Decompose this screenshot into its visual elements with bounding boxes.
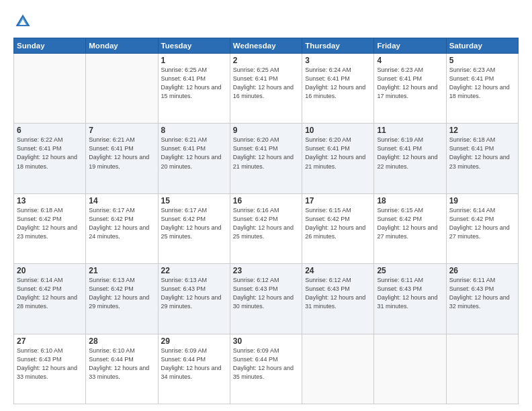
day-number: 23 — [233, 266, 299, 275]
daylight-text: Daylight: 12 hours and 18 minutes. — [17, 153, 83, 171]
sunset-text: Sunset: 6:41 PM — [449, 75, 515, 83]
day-number: 5 — [449, 56, 515, 65]
sunrise-text: Sunrise: 6:23 AM — [449, 66, 515, 75]
calendar-cell: 18Sunrise: 6:15 AMSunset: 6:42 PMDayligh… — [374, 193, 446, 263]
calendar-cell: 8Sunrise: 6:21 AMSunset: 6:41 PMDaylight… — [158, 124, 230, 193]
sunrise-text: Sunrise: 6:23 AM — [377, 66, 443, 75]
calendar-cell: 26Sunrise: 6:11 AMSunset: 6:43 PMDayligh… — [446, 264, 518, 334]
day-info: Sunrise: 6:18 AMSunset: 6:41 PMDaylight:… — [449, 136, 515, 171]
sunrise-text: Sunrise: 6:14 AM — [449, 206, 515, 215]
day-number: 13 — [17, 196, 83, 205]
weekday-header-wednesday: Wednesday — [230, 38, 302, 54]
sunset-text: Sunset: 6:42 PM — [449, 215, 515, 224]
daylight-text: Daylight: 12 hours and 29 minutes. — [89, 293, 154, 311]
day-info: Sunrise: 6:25 AMSunset: 6:41 PMDaylight:… — [233, 66, 299, 101]
day-number: 27 — [17, 336, 83, 346]
sunset-text: Sunset: 6:44 PM — [233, 355, 299, 364]
day-info: Sunrise: 6:25 AMSunset: 6:41 PMDaylight:… — [161, 66, 227, 101]
daylight-text: Daylight: 12 hours and 35 minutes. — [233, 364, 299, 381]
sunset-text: Sunset: 6:41 PM — [233, 144, 299, 153]
day-info: Sunrise: 6:15 AMSunset: 6:42 PMDaylight:… — [377, 206, 443, 241]
day-number: 22 — [161, 266, 227, 275]
calendar-table: SundayMondayTuesdayWednesdayThursdayFrid… — [13, 38, 519, 404]
day-info: Sunrise: 6:13 AMSunset: 6:43 PMDaylight:… — [161, 276, 227, 311]
sunset-text: Sunset: 6:42 PM — [377, 215, 443, 224]
day-info: Sunrise: 6:10 AMSunset: 6:44 PMDaylight:… — [89, 347, 154, 381]
daylight-text: Daylight: 12 hours and 31 minutes. — [377, 293, 443, 311]
calendar-cell — [14, 54, 86, 124]
calendar-cell: 23Sunrise: 6:12 AMSunset: 6:43 PMDayligh… — [230, 264, 302, 334]
calendar-cell: 30Sunrise: 6:09 AMSunset: 6:44 PMDayligh… — [230, 334, 302, 404]
sunrise-text: Sunrise: 6:10 AM — [89, 347, 154, 355]
day-number: 2 — [233, 56, 299, 65]
day-number: 28 — [89, 336, 154, 346]
calendar-cell: 21Sunrise: 6:13 AMSunset: 6:42 PMDayligh… — [86, 264, 158, 334]
day-info: Sunrise: 6:12 AMSunset: 6:43 PMDaylight:… — [305, 276, 371, 311]
sunset-text: Sunset: 6:41 PM — [17, 144, 83, 153]
sunset-text: Sunset: 6:41 PM — [233, 75, 299, 83]
daylight-text: Daylight: 12 hours and 22 minutes. — [377, 153, 443, 171]
daylight-text: Daylight: 12 hours and 30 minutes. — [233, 293, 299, 311]
sunrise-text: Sunrise: 6:11 AM — [449, 276, 515, 285]
daylight-text: Daylight: 12 hours and 18 minutes. — [449, 83, 515, 101]
day-info: Sunrise: 6:20 AMSunset: 6:41 PMDaylight:… — [233, 136, 299, 171]
sunrise-text: Sunrise: 6:12 AM — [305, 276, 371, 285]
calendar-cell: 1Sunrise: 6:25 AMSunset: 6:41 PMDaylight… — [158, 54, 230, 124]
sunrise-text: Sunrise: 6:15 AM — [377, 206, 443, 215]
sunrise-text: Sunrise: 6:20 AM — [305, 136, 371, 144]
daylight-text: Daylight: 12 hours and 15 minutes. — [161, 83, 227, 101]
sunset-text: Sunset: 6:43 PM — [377, 285, 443, 293]
day-number: 25 — [377, 266, 443, 275]
page: SundayMondayTuesdayWednesdayThursdayFrid… — [0, 0, 532, 411]
sunset-text: Sunset: 6:42 PM — [89, 285, 154, 293]
weekday-header-saturday: Saturday — [446, 38, 518, 54]
calendar-week-row: 27Sunrise: 6:10 AMSunset: 6:43 PMDayligh… — [14, 334, 519, 404]
sunrise-text: Sunrise: 6:18 AM — [449, 136, 515, 144]
sunrise-text: Sunrise: 6:13 AM — [161, 276, 227, 285]
day-number: 24 — [305, 266, 371, 275]
day-info: Sunrise: 6:20 AMSunset: 6:41 PMDaylight:… — [305, 136, 371, 171]
day-info: Sunrise: 6:21 AMSunset: 6:41 PMDaylight:… — [89, 136, 154, 171]
daylight-text: Daylight: 12 hours and 21 minutes. — [305, 153, 371, 171]
calendar-cell: 15Sunrise: 6:17 AMSunset: 6:42 PMDayligh… — [158, 193, 230, 263]
sunrise-text: Sunrise: 6:16 AM — [233, 206, 299, 215]
calendar-week-row: 1Sunrise: 6:25 AMSunset: 6:41 PMDaylight… — [14, 54, 519, 124]
day-number: 3 — [305, 56, 371, 65]
weekday-header-monday: Monday — [86, 38, 158, 54]
sunrise-text: Sunrise: 6:13 AM — [89, 276, 154, 285]
day-number: 7 — [89, 126, 154, 135]
logo — [13, 12, 35, 31]
sunrise-text: Sunrise: 6:17 AM — [89, 206, 154, 215]
sunrise-text: Sunrise: 6:19 AM — [377, 136, 443, 144]
day-info: Sunrise: 6:18 AMSunset: 6:42 PMDaylight:… — [17, 206, 83, 241]
day-info: Sunrise: 6:17 AMSunset: 6:42 PMDaylight:… — [89, 206, 154, 241]
weekday-header-row: SundayMondayTuesdayWednesdayThursdayFrid… — [14, 38, 519, 54]
day-info: Sunrise: 6:17 AMSunset: 6:42 PMDaylight:… — [161, 206, 227, 241]
sunrise-text: Sunrise: 6:22 AM — [17, 136, 83, 144]
sunset-text: Sunset: 6:41 PM — [449, 144, 515, 153]
day-number: 8 — [161, 126, 227, 135]
calendar-week-row: 13Sunrise: 6:18 AMSunset: 6:42 PMDayligh… — [14, 193, 519, 263]
daylight-text: Daylight: 12 hours and 17 minutes. — [377, 83, 443, 101]
sunset-text: Sunset: 6:42 PM — [89, 215, 154, 224]
sunrise-text: Sunrise: 6:18 AM — [17, 206, 83, 215]
sunrise-text: Sunrise: 6:12 AM — [233, 276, 299, 285]
calendar-cell: 20Sunrise: 6:14 AMSunset: 6:42 PMDayligh… — [14, 264, 86, 334]
day-number: 16 — [233, 196, 299, 205]
daylight-text: Daylight: 12 hours and 20 minutes. — [161, 153, 227, 171]
daylight-text: Daylight: 12 hours and 28 minutes. — [17, 293, 83, 311]
daylight-text: Daylight: 12 hours and 33 minutes. — [89, 364, 154, 381]
calendar-cell: 6Sunrise: 6:22 AMSunset: 6:41 PMDaylight… — [14, 124, 86, 193]
weekday-header-thursday: Thursday — [302, 38, 374, 54]
calendar-cell: 11Sunrise: 6:19 AMSunset: 6:41 PMDayligh… — [374, 124, 446, 193]
day-number: 26 — [449, 266, 515, 275]
day-info: Sunrise: 6:23 AMSunset: 6:41 PMDaylight:… — [377, 66, 443, 101]
daylight-text: Daylight: 12 hours and 32 minutes. — [449, 293, 515, 311]
weekday-header-friday: Friday — [374, 38, 446, 54]
logo-icon — [13, 12, 32, 31]
day-number: 12 — [449, 126, 515, 135]
calendar-cell — [86, 54, 158, 124]
weekday-header-sunday: Sunday — [14, 38, 86, 54]
daylight-text: Daylight: 12 hours and 27 minutes. — [449, 224, 515, 241]
calendar-cell: 3Sunrise: 6:24 AMSunset: 6:41 PMDaylight… — [302, 54, 374, 124]
